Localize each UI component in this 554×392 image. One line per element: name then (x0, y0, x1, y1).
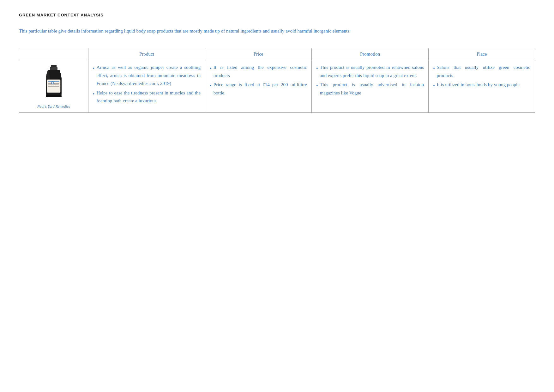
product-cell: • Arnica as well as organic juniper crea… (88, 60, 205, 113)
place-item-2: • It is utilized in households by young … (433, 81, 530, 90)
header-price: Price (205, 48, 312, 60)
header-promotion: Promotion (311, 48, 428, 60)
product-text-2: Helps to ease the tiredness present in m… (96, 89, 201, 105)
svg-rect-9 (46, 95, 62, 97)
svg-rect-6 (48, 86, 59, 87)
promotion-list: • This product is usually promoted in re… (316, 63, 424, 97)
header-place: Place (429, 48, 535, 60)
table-row: Neal's Yard Remedies • Arnica as well as… (19, 60, 535, 113)
promotion-item-1: • This product is usually promoted in re… (316, 63, 424, 80)
price-item-2: • Price range is fixed at £14 per 200 mi… (210, 81, 307, 97)
price-bullet-2: • (210, 81, 212, 90)
product-image (39, 63, 68, 101)
svg-rect-0 (51, 65, 57, 67)
product-text-1: Arnica as well as organic juniper create… (96, 63, 201, 88)
price-cell: • It is listed among the expensive cosme… (205, 60, 312, 113)
promo-bullet-2: • (316, 81, 318, 90)
header-brand (19, 48, 88, 60)
product-list: • Arnica as well as organic juniper crea… (93, 63, 201, 105)
place-text-1: Salons that usually utilize green cosmet… (437, 63, 530, 80)
place-list: • Salons that usually utilize green cosm… (433, 63, 530, 90)
brand-cell: Neal's Yard Remedies (19, 60, 88, 113)
bullet-icon: • (93, 64, 95, 73)
promo-bullet-1: • (316, 64, 318, 73)
place-cell: • Salons that usually utilize green cosm… (429, 60, 535, 113)
svg-rect-3 (48, 81, 59, 82)
svg-rect-5 (48, 84, 59, 85)
product-item-2: • Helps to ease the tiredness present in… (93, 89, 201, 105)
bottle-icon (39, 63, 68, 101)
bullet-icon-2: • (93, 90, 95, 98)
market-analysis-table: Product Price Promotion Place (19, 48, 535, 113)
header-product: Product (88, 48, 205, 60)
promo-text-2: This product is usually advertised in fa… (320, 81, 424, 97)
place-bullet-2: • (433, 81, 435, 90)
place-item-1: • Salons that usually utilize green cosm… (433, 63, 530, 80)
promo-text-1: This product is usually promoted in reno… (320, 63, 424, 80)
place-bullet-1: • (433, 64, 435, 73)
promotion-cell: • This product is usually promoted in re… (311, 60, 428, 113)
price-text-1: It is listed among the expensive cosmeti… (214, 63, 307, 80)
svg-point-8 (51, 82, 53, 84)
brand-name-label: Neal's Yard Remedies (24, 104, 84, 109)
price-item-1: • It is listed among the expensive cosme… (210, 63, 307, 80)
place-text-2: It is utilized in households by young pe… (437, 81, 520, 89)
price-text-2: Price range is fixed at £14 per 200 mill… (214, 81, 307, 97)
promotion-item-2: • This product is usually advertised in … (316, 81, 424, 97)
price-bullet-1: • (210, 64, 212, 73)
product-item-1: • Arnica as well as organic juniper crea… (93, 63, 201, 88)
price-list: • It is listed among the expensive cosme… (210, 63, 307, 97)
intro-text: This particular table give details infor… (19, 27, 535, 35)
svg-rect-1 (50, 67, 57, 70)
page-title: GREEN MARKET CONTEXT ANALYSIS (19, 13, 535, 17)
